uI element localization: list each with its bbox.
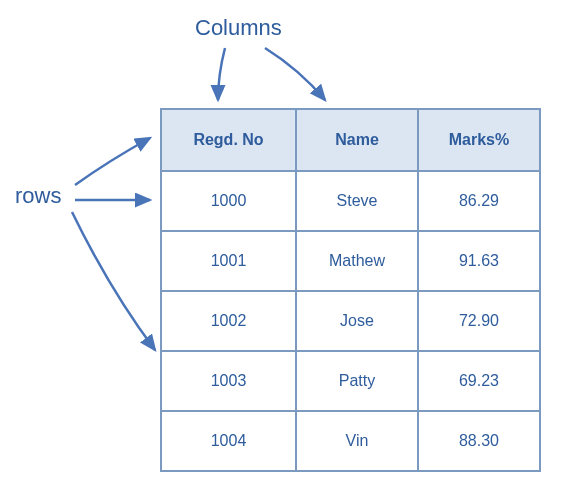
cell-name: Mathew [296, 231, 418, 291]
cell-marks: 69.23 [418, 351, 540, 411]
col-header-marks: Marks% [418, 109, 540, 171]
data-table: Regd. No Name Marks% 1000 Steve 86.29 10… [160, 108, 541, 472]
table-row: 1003 Patty 69.23 [161, 351, 540, 411]
cell-marks: 72.90 [418, 291, 540, 351]
cell-name: Vin [296, 411, 418, 471]
cell-name: Steve [296, 171, 418, 231]
cell-regd: 1000 [161, 171, 296, 231]
cell-regd: 1004 [161, 411, 296, 471]
cell-marks: 86.29 [418, 171, 540, 231]
cell-regd: 1003 [161, 351, 296, 411]
table-row: 1004 Vin 88.30 [161, 411, 540, 471]
cell-name: Patty [296, 351, 418, 411]
col-header-regd: Regd. No [161, 109, 296, 171]
cell-name: Jose [296, 291, 418, 351]
cell-regd: 1002 [161, 291, 296, 351]
cell-regd: 1001 [161, 231, 296, 291]
table-row: 1002 Jose 72.90 [161, 291, 540, 351]
col-header-name: Name [296, 109, 418, 171]
rows-label: rows [15, 183, 61, 209]
table-header-row: Regd. No Name Marks% [161, 109, 540, 171]
table-row: 1001 Mathew 91.63 [161, 231, 540, 291]
data-table-container: Regd. No Name Marks% 1000 Steve 86.29 10… [160, 108, 541, 472]
table-row: 1000 Steve 86.29 [161, 171, 540, 231]
cell-marks: 91.63 [418, 231, 540, 291]
cell-marks: 88.30 [418, 411, 540, 471]
columns-label: Columns [195, 15, 282, 41]
